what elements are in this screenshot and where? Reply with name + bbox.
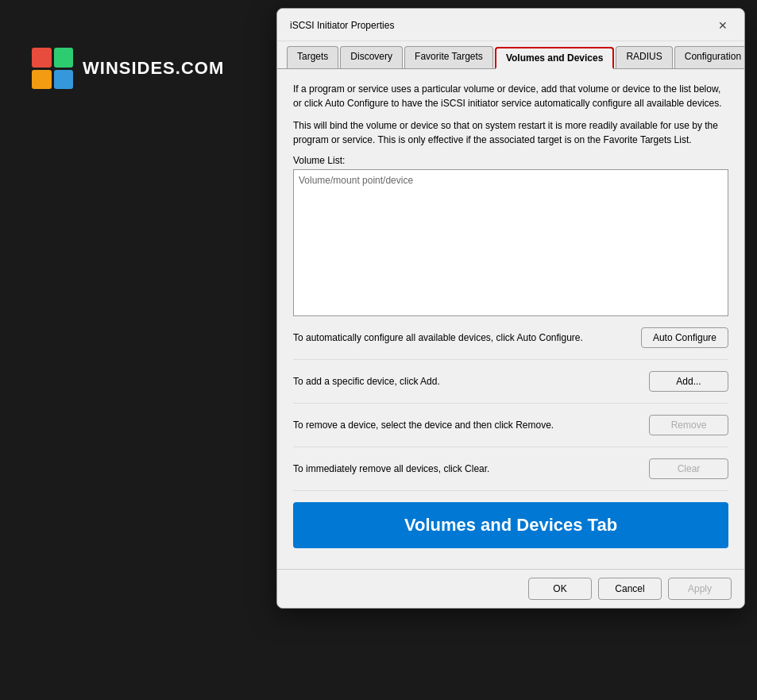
winsides-logo bbox=[32, 48, 73, 89]
banner-text: Volumes and Devices Tab bbox=[404, 515, 617, 535]
clear-button[interactable]: Clear bbox=[649, 458, 728, 479]
dialog-window: iSCSI Initiator Properties ✕ Targets Dis… bbox=[276, 8, 745, 609]
description-text-2: This will bind the volume or device so t… bbox=[293, 118, 728, 147]
close-button[interactable]: ✕ bbox=[714, 17, 732, 34]
cancel-button[interactable]: Cancel bbox=[598, 578, 662, 600]
volume-list-placeholder: Volume/mount point/device bbox=[299, 175, 413, 186]
action-row-remove: To remove a device, select the device an… bbox=[293, 415, 728, 447]
dialog-content: If a program or service uses a particula… bbox=[277, 69, 744, 569]
logo-square-blue bbox=[54, 70, 74, 90]
add-button[interactable]: Add... bbox=[649, 371, 728, 392]
action-text-clear: To immediately remove all devices, click… bbox=[293, 462, 633, 476]
dialog-titlebar: iSCSI Initiator Properties ✕ bbox=[277, 9, 744, 41]
tab-favorite-targets[interactable]: Favorite Targets bbox=[404, 46, 493, 68]
action-text-remove: To remove a device, select the device an… bbox=[293, 418, 633, 432]
tab-volumes-and-devices[interactable]: Volumes and Devices bbox=[495, 47, 615, 69]
dialog-title: iSCSI Initiator Properties bbox=[290, 20, 394, 31]
auto-configure-button[interactable]: Auto Configure bbox=[641, 327, 728, 348]
action-row-auto-configure: To automatically configure all available… bbox=[293, 327, 728, 360]
tab-configuration[interactable]: Configuration bbox=[674, 46, 745, 68]
logo-square-red bbox=[32, 48, 52, 68]
tab-radius[interactable]: RADIUS bbox=[616, 46, 672, 68]
volume-list-box: Volume/mount point/device bbox=[293, 169, 728, 316]
apply-button[interactable]: Apply bbox=[668, 578, 732, 600]
volume-list-label: Volume List: bbox=[293, 155, 728, 166]
logo-square-green bbox=[54, 48, 74, 68]
description-text-1: If a program or service uses a particula… bbox=[293, 82, 728, 110]
action-row-add: To add a specific device, click Add. Add… bbox=[293, 371, 728, 404]
logo-square-yellow bbox=[32, 70, 52, 90]
winsides-brand: WINSIDES.COM bbox=[32, 48, 224, 89]
blue-banner: Volumes and Devices Tab bbox=[293, 502, 728, 548]
dialog-footer: OK Cancel Apply bbox=[277, 569, 744, 608]
tab-targets[interactable]: Targets bbox=[287, 46, 338, 68]
tabs-bar: Targets Discovery Favorite Targets Volum… bbox=[277, 41, 744, 69]
action-row-clear: To immediately remove all devices, click… bbox=[293, 458, 728, 491]
tab-discovery[interactable]: Discovery bbox=[340, 46, 403, 68]
winsides-text: WINSIDES.COM bbox=[83, 58, 224, 79]
ok-button[interactable]: OK bbox=[528, 578, 592, 600]
action-text-auto-configure: To automatically configure all available… bbox=[293, 331, 625, 345]
action-text-add: To add a specific device, click Add. bbox=[293, 374, 633, 389]
remove-button[interactable]: Remove bbox=[649, 415, 728, 435]
